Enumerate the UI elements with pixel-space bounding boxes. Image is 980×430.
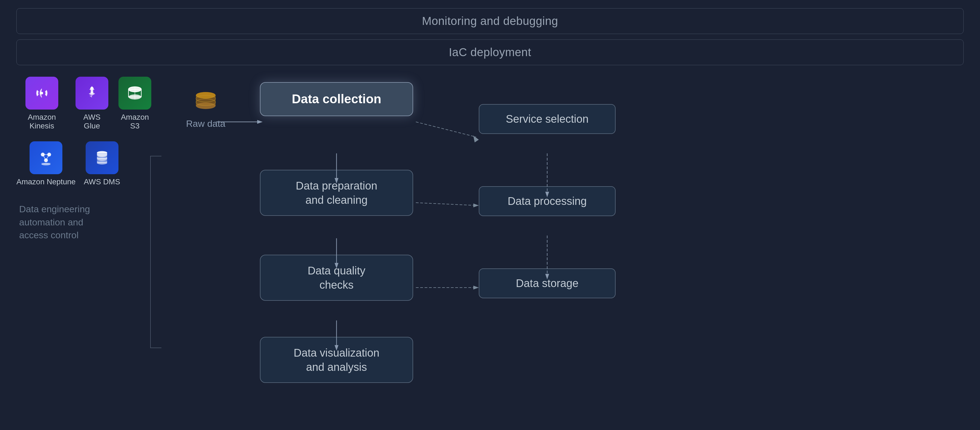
- kinesis-svg: [32, 83, 51, 103]
- aws-dms-icon: AWS DMS: [84, 141, 120, 186]
- monitoring-banner: Monitoring and debugging: [16, 8, 964, 34]
- amazon-neptune-icon: Amazon Neptune: [16, 141, 75, 186]
- svg-line-44: [416, 122, 476, 137]
- monitoring-label: Monitoring and debugging: [422, 14, 558, 27]
- data-storage-node: Data storage: [479, 269, 616, 298]
- data-preparation-node: Data preparationand cleaning: [260, 170, 413, 216]
- service-selection-node: Service selection: [479, 104, 616, 134]
- data-quality-label: Data qualitychecks: [307, 265, 365, 291]
- neptune-box: [30, 141, 62, 174]
- data-processing-label: Data processing: [508, 195, 587, 207]
- data-visualization-label: Data visualizationand analysis: [294, 347, 379, 373]
- service-selection-label: Service selection: [506, 113, 589, 125]
- glue-box: [75, 77, 108, 110]
- glue-label: AWS Glue: [75, 113, 108, 130]
- kinesis-label: Amazon Kinesis: [16, 113, 67, 130]
- s3-svg: [125, 83, 145, 103]
- icon-grid-top: Amazon Kinesis AWS Glue: [16, 77, 153, 130]
- icon-grid-bottom: Amazon Neptune AWS DMS: [16, 141, 153, 186]
- svg-point-5: [90, 87, 94, 90]
- dms-label: AWS DMS: [84, 177, 120, 186]
- left-service-section: Amazon Kinesis AWS Glue: [16, 77, 153, 242]
- data-preparation-label: Data preparationand cleaning: [296, 180, 377, 206]
- s3-box: [118, 77, 151, 110]
- data-storage-label: Data storage: [516, 277, 578, 289]
- kinesis-box: [25, 77, 58, 110]
- s3-label: Amazon S3: [116, 113, 153, 130]
- svg-marker-4: [89, 96, 92, 98]
- top-banners: Monitoring and debugging IaC deployment: [16, 8, 964, 65]
- neptune-label: Amazon Neptune: [16, 177, 75, 186]
- svg-marker-47: [473, 203, 479, 207]
- amazon-s3-icon: Amazon S3: [116, 77, 153, 130]
- neptune-svg: [37, 148, 56, 167]
- data-engineering-label: Data engineeringautomation andaccess con…: [16, 203, 153, 242]
- data-processing-node: Data processing: [479, 186, 616, 216]
- data-collection-node: Data collection: [260, 82, 413, 116]
- aws-glue-icon: AWS Glue: [75, 77, 108, 130]
- svg-marker-45: [473, 136, 479, 142]
- data-visualization-node: Data visualizationand analysis: [260, 337, 413, 383]
- svg-marker-49: [473, 286, 479, 289]
- glue-svg: [82, 83, 102, 103]
- data-collection-label: Data collection: [292, 92, 381, 106]
- amazon-kinesis-icon: Amazon Kinesis: [16, 77, 67, 130]
- svg-point-32: [196, 102, 216, 109]
- data-quality-node: Data qualitychecks: [260, 255, 413, 301]
- raw-data-icon: [192, 90, 220, 115]
- dms-box: [86, 141, 118, 174]
- raw-data-label: Raw data: [186, 118, 226, 129]
- dms-svg: [92, 148, 111, 167]
- svg-rect-19: [41, 163, 51, 165]
- svg-line-46: [416, 203, 476, 205]
- iac-label: IaC deployment: [449, 46, 531, 59]
- svg-marker-37: [257, 120, 262, 124]
- iac-banner: IaC deployment: [16, 40, 964, 65]
- raw-data-node: Raw data: [186, 90, 226, 129]
- svg-point-0: [40, 92, 43, 94]
